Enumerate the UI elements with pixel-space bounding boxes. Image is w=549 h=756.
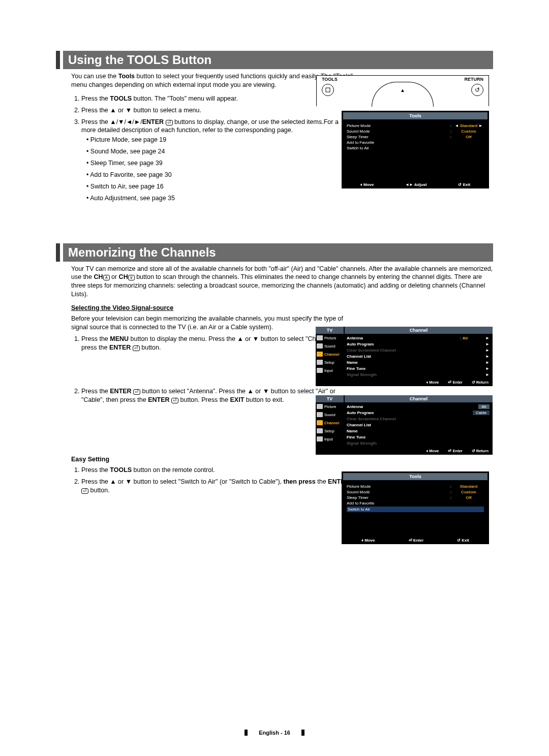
txt: ENTER [142,118,164,125]
side-input: Input [316,366,344,374]
txt: button. Press the [178,396,230,403]
heading-text: Memorizing the Channels [63,243,493,262]
setup-icon [317,360,323,365]
osd-val: Custom [453,129,484,134]
txt: MENU [110,335,129,342]
option-air: Air [478,404,490,409]
enter-icon: ⏎ [133,345,140,351]
hint-exit: ↺ Exit [458,182,470,187]
easy-steps: Press the TOOLS button on the remote con… [71,466,356,495]
crow: Clear Scrambled Channel► [347,347,490,353]
osd-label: Switch to Air [347,146,484,150]
tv-sidebar: Picture Sound Channel Setup Input [316,334,344,379]
clabel: Channel List [347,354,485,359]
step-2: Press the ENTER ⏎ button to select "Ante… [81,387,356,404]
crow-antenna: Antenna Air [347,403,490,410]
crow: Signal Strength► [347,371,490,377]
txt: Sound [324,413,336,417]
osd-label: Add to Favorite [347,140,484,145]
footer-text: English - 16 [245,730,304,736]
clabel: Fine Tune [347,435,490,439]
intro-text: Your TV can memorize and store all of th… [71,265,493,299]
osd-label: Sleep Timer [347,495,448,500]
subhead-easy: Easy Setting [71,455,493,464]
hint-move: ♦ Move [361,538,375,543]
cval: : Air [460,336,485,340]
osd-hints: ♦ Move ⏎ Enter ↺ Exit [342,537,489,544]
setup-icon [317,428,323,433]
crow: Signal Strength [347,440,490,446]
dpad-outline: ▲ [372,82,434,107]
clabel: Clear Scrambled Channel [347,417,490,421]
txt: or [110,273,119,280]
osd-row: Picture Mode:Standard [347,123,484,129]
enter-icon: ⏎ [166,120,173,125]
accent-bar [56,51,60,69]
crow: Name► [347,359,490,365]
txt: button to exit. [244,396,284,403]
osd-val: Standard [453,484,484,489]
side-setup: Setup [316,358,344,366]
txt: ENTER [109,344,131,351]
osd-sep: : [450,123,451,128]
txt: Picture [324,404,336,409]
side-input: Input [316,435,344,443]
tools-icon [325,87,330,92]
tools-button-icon [322,84,334,96]
bullet: Picture Mode, see page 19 [86,136,351,144]
txt: button on the remote control. [132,466,215,474]
heading-text: Using the TOOLS Button [63,51,493,69]
osd-label: Picture Mode [347,484,448,489]
crow: Fine Tune► [347,365,490,371]
txt: Channel [324,421,340,425]
channel-icon [317,420,323,425]
input-icon [317,436,323,442]
side-picture: Picture [316,402,344,411]
clabel: Signal Strength [347,441,490,446]
tv-menu-title: Channel [345,395,493,402]
txt: button. [88,487,110,494]
step-3: Press the ▲/▼/◄/►/ENTER ⏎ buttons to dis… [81,118,351,203]
intro-text: You can use the Tools button to select y… [71,72,356,89]
hint-enter: ⏎ Enter [409,538,424,543]
arrow-icon: ► [485,348,490,353]
tv-hints: ♦ Move ⏎ Enter ↺ Return [316,447,493,455]
tools-bullets: Picture Mode, see page 19 Sound Mode, se… [81,136,351,202]
bullet: Add to Favorite, see page 30 [86,171,351,179]
osd-val: Off [453,135,484,139]
osd-label-highlight: Switch to Air [347,507,484,512]
txt: Press the [81,466,110,474]
txt: the [316,478,328,485]
ch-up-icon: ∧ [103,275,110,280]
crow: Antenna: Air► [347,335,490,341]
crow: Clear Scrambled Channel [347,416,490,422]
osd-row: Switch to Air [347,506,484,513]
tv-topbar: TV Channel [316,395,493,402]
tv-badge: TV [316,395,344,402]
txt: Input [324,368,333,373]
txt: Press the ▲/▼/◄/►/ [81,118,142,125]
sound-icon [317,343,323,349]
osd-label: Picture Mode [347,123,448,128]
page-footer: English - 16 [0,730,549,736]
remote-graphic: TOOLS RETURN ↺ ▲ [316,75,489,106]
arrow-icon: ► [485,336,490,340]
tools-osd-2: Tools Picture Mode:Standard Sound Mode:C… [342,471,489,544]
osd-row: Sleep Timer:Off [347,134,484,140]
up-arrow-icon: ▲ [400,87,405,93]
clabel: Channel List [347,423,490,427]
txt: Setup [324,360,334,365]
tools-steps: Press the TOOLS button. The "Tools" menu… [71,94,351,203]
manual-page: Using the TOOLS Button You can use the T… [0,0,549,756]
clabel: Fine Tune [347,366,485,371]
hint-move: ♦ Move [426,380,439,385]
tv-topbar: TV Channel [316,327,493,334]
txt: Input [324,437,333,442]
tv-menu-1: TV Channel Picture Sound Channel Setup I… [316,327,493,386]
sound-icon [317,412,323,417]
bullet: Auto Adjustment, see page 35 [86,194,351,203]
step-2: Press the ▲ or ▼ button to select a menu… [81,106,351,115]
return-button-icon: ↺ [471,84,483,96]
osd-body: Picture Mode:Standard Sound Mode:Custom … [342,482,489,537]
tv-hints: ♦ Move ⏎ Enter ↺ Return [316,379,493,386]
